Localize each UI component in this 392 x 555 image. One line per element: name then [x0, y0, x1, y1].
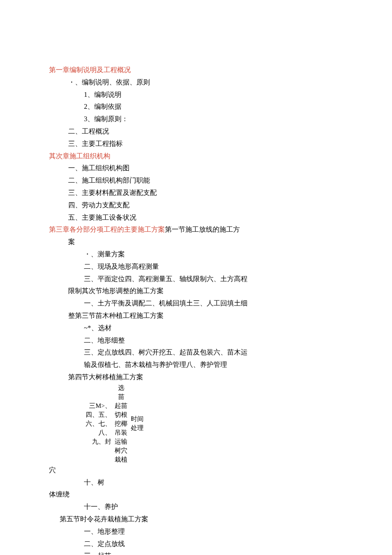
ch3-s5-item-3: 三、起苗 — [84, 550, 343, 555]
ch3-s5-item-2: 二、定点放线 — [84, 538, 343, 550]
ch1-item-1: ・、编制说明、依据、原则 — [68, 76, 343, 89]
ch3-s1-item-3b: 限制其次节地形调整的施工方案 — [68, 285, 343, 297]
table-cell: 挖椰 — [115, 419, 127, 428]
ch1-item-2: 二、工程概况 — [68, 125, 343, 138]
ch2-item-3: 三、主要材料配置及谢配支配 — [68, 187, 343, 199]
table-cell: 苗 — [115, 392, 127, 401]
ch3-section-4-heading: 第四节大树移植施工方案 — [68, 371, 343, 384]
chapter-1-heading: 第一章编制说明及工程概况 — [49, 64, 343, 76]
table-col-2: 选 苗 起苗 切根 挖椰 吊装 运输 树穴 栽植 — [113, 384, 129, 464]
table-cell: 四、五、 — [86, 410, 111, 419]
ch2-item-1: 一、施工组织机构图 — [68, 162, 343, 174]
ch2-item-4: 四、劳动力支配支配 — [68, 199, 343, 212]
table-cell: 时间 — [131, 415, 144, 424]
ch3-s4-item-10: 十、树 — [84, 477, 343, 489]
ch3-s4-xue: 穴 — [49, 464, 343, 477]
ch1-item-3: 三、主要工程指标 — [68, 138, 343, 150]
ch3-s3-item-3b: 输及假植七、苗木栽植与养护管理八、养护管理 — [84, 359, 343, 371]
ch3-s1-item-1: ・、测量方案 — [84, 248, 343, 261]
ch3-s4-item-11: 十一、养护 — [84, 501, 343, 513]
ch3-s5-item-1: 一、地形整理 — [84, 526, 343, 538]
chapter-2-heading: 其次章施工组织机构 — [49, 150, 343, 163]
ch3-s3-item-1: ~*、选材 — [84, 322, 343, 334]
table-cell: 切根 — [115, 410, 127, 419]
ch3-s2-item-1: 一、土方平衡及调配二、机械回填土三、人工回填土细 — [84, 297, 343, 310]
chapter-3-heading-black: 第一节施工放线的施工方 — [165, 226, 240, 233]
ch1-sub-3: 3、编制原则： — [84, 113, 343, 125]
table-cell: 八、 — [86, 428, 111, 437]
table-col-1: 三M>、 四、五、 六、七、 八、 九、封 — [84, 384, 113, 464]
table-cell: 九、封 — [86, 437, 111, 446]
ch2-item-5: 五、主要施工设备状况 — [68, 212, 343, 224]
ch2-item-2: 二、施工组织机构部门职能 — [68, 174, 343, 187]
ch1-sub-1: 1、编制说明 — [84, 89, 343, 101]
table-cell: 栽植 — [115, 455, 127, 464]
table-cell: 运输 — [115, 437, 127, 446]
ch3-s3-item-2: 二、地形细整 — [84, 334, 343, 347]
ch1-sub-2: 2、编制依据 — [84, 101, 343, 113]
chapter-3-heading: 第三章各分部分项工程的主要施工方案第一节施工放线的施工方 — [49, 224, 343, 236]
table-cell: 六、七、 — [86, 419, 111, 428]
ch3-s1-item-2: 二、现场及地形高程测量 — [84, 261, 343, 273]
chapter-3-heading-red: 第三章各分部分项工程的主要施工方案 — [49, 226, 165, 233]
ch3-s2-item-1b: 整第三节苗木种植工程施工方案 — [68, 310, 343, 322]
table-cell: 起苗 — [115, 401, 127, 410]
ch3-s4-table: 三M>、 四、五、 六、七、 八、 九、封 选 苗 起苗 切根 挖椰 吊装 运输… — [84, 384, 343, 464]
ch3-s4-ti: 体缠绕 — [49, 488, 343, 501]
table-cell: 选 — [115, 384, 127, 392]
ch3-s3-item-3: 三、定点放线四、树穴开挖五、起苗及包装六、苗木运 — [84, 346, 343, 359]
table-col-3: 时间 处理 — [129, 384, 145, 464]
ch3-s1-item-3: 三、平面定位四、高程测量五、轴线限制六、土方高程 — [84, 273, 343, 285]
table-cell: 树穴 — [115, 446, 127, 455]
ch3-section-5-heading: 第五节时令花卉栽植施工方案 — [60, 513, 343, 526]
chapter-3-heading-line2: 案 — [68, 236, 343, 248]
table-cell: 吊装 — [115, 428, 127, 437]
table-cell: 三M>、 — [86, 401, 111, 410]
table-cell: 处理 — [131, 424, 144, 433]
